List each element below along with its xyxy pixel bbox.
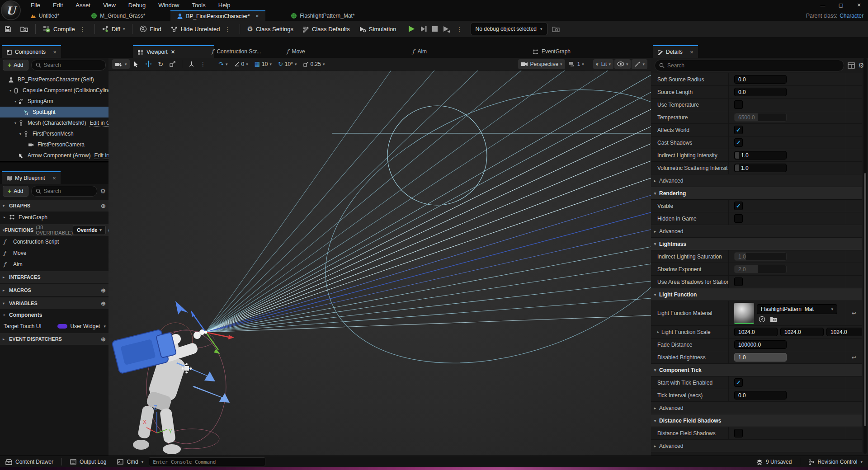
viewport-tab-constructionscr[interactable]: ƒConstruction Scr... (207, 45, 282, 58)
chevron-down-icon[interactable]: ▾ (104, 324, 106, 329)
material-thumbnail[interactable] (734, 303, 754, 324)
my-blueprint-search-input[interactable]: Search (31, 186, 98, 197)
collapse-arrow-icon[interactable]: ▸ (651, 179, 659, 183)
tree-item-mesh[interactable]: ▾Mesh (CharacterMesh0)Edit in C++ (0, 118, 108, 128)
add-blueprint-item-button[interactable]: +Add (3, 186, 28, 197)
value-input[interactable]: 1.0 (734, 151, 787, 160)
checkbox[interactable] (734, 100, 743, 109)
item-components[interactable]: ▸Components (0, 309, 108, 320)
find-button[interactable]: Find (135, 23, 165, 35)
debug-browse-button[interactable] (547, 23, 564, 35)
expand-arrow-icon[interactable]: ▾ (651, 418, 659, 423)
expand-arrow-icon[interactable]: ▾ (3, 204, 9, 208)
collapse-arrow-icon[interactable]: ▸ (651, 229, 659, 234)
screen-percentage-dropdown[interactable]: 1▾ (566, 59, 587, 69)
collapse-arrow-icon[interactable]: ▸ (3, 288, 9, 292)
advanced-row[interactable]: ▸Advanced (651, 440, 862, 452)
components-tab[interactable]: Components ✕ (2, 45, 61, 58)
content-drawer-button[interactable]: Content Drawer (0, 456, 59, 468)
unreal-logo-icon[interactable]: U (1, 0, 21, 20)
item-construction-script[interactable]: ƒConstruction Script (0, 236, 108, 247)
tree-item-firstpersoncamera[interactable]: FirstPersonCamera (0, 139, 108, 150)
viewport-canvas[interactable]: Z X Y (108, 70, 651, 456)
category-distance-field-shadows[interactable]: ▾Distance Field Shadows (651, 414, 862, 427)
transform-gizmo[interactable] (175, 301, 234, 373)
viewport-tab-move[interactable]: ƒMove (282, 45, 329, 58)
expand-arrow-icon[interactable]: ▾ (651, 242, 659, 246)
hide-unrelated-options-icon[interactable]: ⋮ (223, 26, 232, 33)
value-input[interactable]: 0.0 (734, 88, 787, 96)
asset-tab-3[interactable]: BP_FirstPersonCharacter*✕ (170, 10, 265, 21)
browse-asset-icon[interactable] (770, 316, 777, 323)
close-button[interactable]: ✕ (850, 0, 868, 10)
maximize-button[interactable]: ▢ (832, 0, 850, 10)
collapse-arrow-icon[interactable]: ▸ (651, 406, 659, 410)
checkbox[interactable]: ✓ (734, 378, 743, 387)
collapse-arrow-icon[interactable]: ▸ (4, 313, 9, 317)
expand-arrow-icon[interactable]: ▾ (651, 191, 659, 196)
viewport-tab-viewport[interactable]: Viewport✕ (133, 45, 214, 58)
menu-tools[interactable]: Tools (186, 0, 211, 10)
menu-asset[interactable]: Asset (70, 0, 96, 10)
tree-item-spotlight[interactable]: SpotLight (0, 107, 108, 118)
section-graphs[interactable]: ▾GRAPHS⊕ (0, 200, 108, 212)
show-flags-dropdown[interactable]: ▾ (614, 59, 631, 69)
frame-skip-button[interactable] (420, 25, 427, 33)
eject-button[interactable] (443, 25, 450, 33)
simulation-button[interactable]: Simulation (354, 23, 401, 35)
category-lightmass[interactable]: ▾Lightmass (651, 238, 862, 250)
close-icon[interactable]: ✕ (52, 176, 56, 181)
menu-edit[interactable]: Edit (47, 0, 68, 10)
material-dropdown[interactable]: FlashlightPattern_Mat▾ (757, 304, 837, 314)
add-icon[interactable]: ⊕ (101, 336, 106, 343)
components-search-input[interactable]: Search (31, 60, 106, 70)
value-input[interactable]: 100000.0 (734, 340, 787, 349)
class-settings-button[interactable]: ⚙ Class Settings (243, 23, 298, 35)
display-filter-icon[interactable] (848, 62, 855, 69)
preview-effects-dropdown[interactable]: ▾ (632, 59, 647, 69)
menu-help[interactable]: Help (213, 0, 236, 10)
expand-arrow-icon[interactable]: ▾ (651, 292, 659, 297)
asset-tab-1[interactable]: Untitled* (24, 10, 66, 21)
coordinate-system-button[interactable] (186, 59, 197, 69)
value-slider[interactable]: 1.0 (734, 252, 787, 261)
advanced-row[interactable]: ▸Advanced (651, 174, 862, 187)
grid-snap-dropdown[interactable]: ▦10▾ (252, 59, 274, 69)
close-icon[interactable]: ✕ (690, 50, 693, 55)
unsaved-button[interactable]: 9 Unsaved (751, 456, 797, 468)
perspective-dropdown[interactable]: Perspective▾ (518, 59, 565, 69)
details-tab[interactable]: Details ✕ (653, 45, 698, 58)
item-eventgraph[interactable]: ▸EventGraph (0, 212, 108, 223)
reset-to-default-button[interactable]: ↩ (846, 351, 862, 363)
collapse-arrow-icon[interactable]: ▸ (4, 215, 9, 219)
section-event-dispatchers[interactable]: ▸EVENT DISPATCHERS⊕ (0, 333, 108, 345)
asset-tab-4[interactable]: FlashlightPattern_Mat* (284, 10, 361, 21)
gear-icon[interactable]: ⚙ (100, 188, 106, 195)
collapse-arrow-icon[interactable]: ▸ (657, 330, 659, 334)
parent-class-link[interactable]: Character (840, 13, 863, 19)
compile-button[interactable]: Compile ⋮ (38, 23, 92, 35)
output-log-button[interactable]: Output Log (65, 456, 112, 468)
menu-file[interactable]: File (25, 0, 46, 10)
expand-arrow-icon[interactable]: ▾ (651, 368, 659, 372)
expand-arrow-icon[interactable]: ▾ (13, 121, 18, 125)
select-tool-button[interactable] (131, 59, 142, 69)
edit-in-cpp-link[interactable]: Edit in C++ (90, 120, 108, 127)
viewport-options-icon[interactable]: ⋮ (198, 61, 208, 67)
add-icon[interactable]: ⊕ (101, 202, 106, 209)
section-macros[interactable]: ▸MACROS⊕ (0, 284, 108, 296)
add-icon[interactable]: ⊕ (101, 300, 106, 307)
add-icon[interactable]: ⊕ (101, 287, 106, 294)
value-input[interactable]: 1.0 (734, 353, 787, 362)
value-input[interactable]: 0.0 (734, 391, 787, 400)
close-icon[interactable]: ✕ (255, 14, 259, 19)
lit-mode-dropdown[interactable]: ◐Lit▾ (593, 59, 613, 69)
debug-object-dropdown[interactable]: No debug object selected ▾ (471, 23, 547, 35)
menu-debug[interactable]: Debug (123, 0, 151, 10)
compile-options-icon[interactable]: ⋮ (78, 26, 87, 33)
diff-button[interactable]: Diff ▾ (98, 23, 130, 35)
vector-component-input[interactable]: 1024.0 (734, 328, 778, 336)
rotate-tool-button[interactable]: ↻ (156, 59, 166, 69)
stop-button[interactable] (432, 26, 438, 32)
checkbox[interactable]: ✓ (734, 138, 743, 147)
